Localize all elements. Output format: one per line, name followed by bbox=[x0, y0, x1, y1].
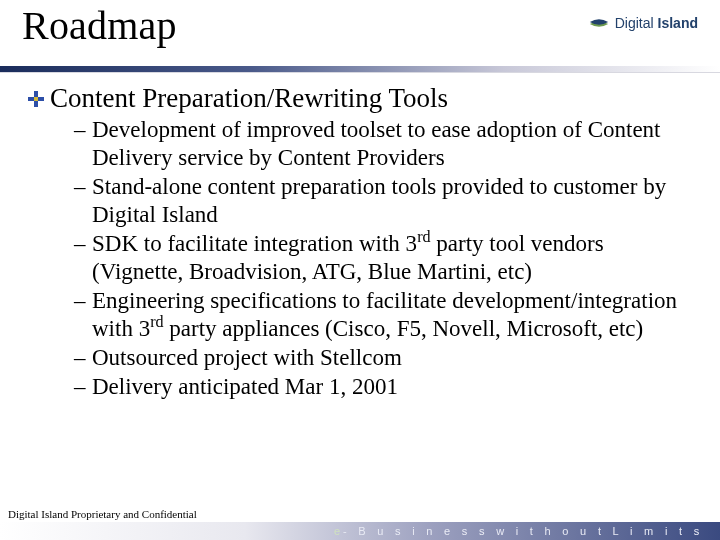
bullet-level-1: Content Preparation/Rewriting Tools bbox=[28, 83, 696, 114]
footer-gradient-bar: e- B u s i n e s s w i t h o u t L i m i… bbox=[0, 522, 720, 540]
title-underline bbox=[0, 66, 720, 73]
sub-bullet-item: –Delivery anticipated Mar 1, 2001 bbox=[74, 373, 686, 401]
dash-bullet-icon: – bbox=[74, 116, 92, 172]
dash-bullet-icon: – bbox=[74, 373, 92, 401]
bullet-text: Content Preparation/Rewriting Tools bbox=[50, 83, 448, 114]
brand-logo-text: Digital Island bbox=[615, 15, 698, 31]
svg-rect-2 bbox=[34, 97, 38, 101]
slide-body: Content Preparation/Rewriting Tools –Dev… bbox=[0, 73, 720, 402]
sub-bullet-text: Development of improved toolset to ease … bbox=[92, 116, 686, 172]
sub-bullet-list: –Development of improved toolset to ease… bbox=[28, 116, 696, 401]
globe-icon bbox=[588, 12, 610, 34]
plus-bullet-icon bbox=[28, 91, 44, 107]
dash-bullet-icon: – bbox=[74, 344, 92, 372]
dash-bullet-icon: – bbox=[74, 230, 92, 286]
slide-title: Roadmap bbox=[22, 6, 177, 46]
sub-bullet-text: SDK to facilitate integration with 3rd p… bbox=[92, 230, 686, 286]
slide-header: Roadmap Digital Island bbox=[0, 0, 720, 66]
sub-bullet-item: –Development of improved toolset to ease… bbox=[74, 116, 686, 172]
sub-bullet-item: –Engineering specifications to facilitat… bbox=[74, 287, 686, 343]
dash-bullet-icon: – bbox=[74, 287, 92, 343]
footer-tagline: e- B u s i n e s s w i t h o u t L i m i… bbox=[334, 525, 702, 537]
sub-bullet-text: Stand-alone content preparation tools pr… bbox=[92, 173, 686, 229]
sub-bullet-text: Outsourced project with Stellcom bbox=[92, 344, 686, 372]
slide-footer: Digital Island Proprietary and Confident… bbox=[0, 510, 720, 540]
sub-bullet-text: Engineering specifications to facilitate… bbox=[92, 287, 686, 343]
sub-bullet-item: –Outsourced project with Stellcom bbox=[74, 344, 686, 372]
sub-bullet-item: –SDK to facilitate integration with 3rd … bbox=[74, 230, 686, 286]
sub-bullet-text: Delivery anticipated Mar 1, 2001 bbox=[92, 373, 686, 401]
sub-bullet-item: –Stand-alone content preparation tools p… bbox=[74, 173, 686, 229]
dash-bullet-icon: – bbox=[74, 173, 92, 229]
confidential-notice: Digital Island Proprietary and Confident… bbox=[8, 508, 197, 520]
brand-logo: Digital Island bbox=[588, 12, 698, 34]
